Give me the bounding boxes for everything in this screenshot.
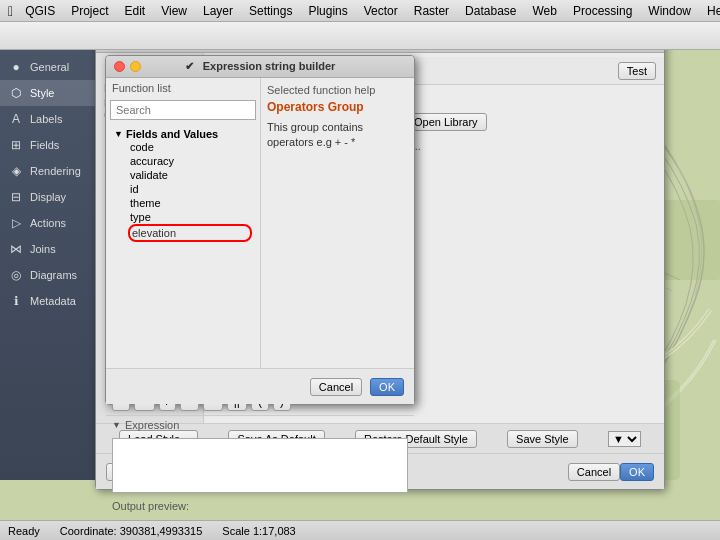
expr-dialog-title: ✔ Expression string builder: [185, 60, 336, 73]
sidebar-label-display: Display: [30, 191, 66, 203]
sidebar-item-metadata[interactable]: ℹ Metadata: [0, 288, 100, 314]
tree-child-type[interactable]: type: [128, 210, 252, 224]
operators-group-desc: This group contains operators e.g + - *: [267, 120, 408, 151]
save-style-button[interactable]: Save Style: [507, 430, 578, 448]
menu-vector[interactable]: Vector: [356, 4, 406, 18]
menu-view[interactable]: View: [153, 4, 195, 18]
expression-textarea[interactable]: [112, 438, 408, 493]
expr-ok-button[interactable]: OK: [370, 378, 404, 396]
joins-icon: ⋈: [8, 241, 24, 257]
sidebar-item-diagrams[interactable]: ◎ Diagrams: [0, 262, 100, 288]
menu-database[interactable]: Database: [457, 4, 524, 18]
menu-processing[interactable]: Processing: [565, 4, 640, 18]
fields-icon: ⊞: [8, 137, 24, 153]
sidebar-label-diagrams: Diagrams: [30, 269, 77, 281]
status-ready: Ready: [8, 525, 40, 537]
rendering-icon: ◈: [8, 163, 24, 179]
open-library-button[interactable]: Open Library: [405, 113, 487, 131]
actions-icon: ▷: [8, 215, 24, 231]
sidebar-item-joins[interactable]: ⋈ Joins: [0, 236, 100, 262]
metadata-icon: ℹ: [8, 293, 24, 309]
sidebar-item-labels[interactable]: A Labels: [0, 106, 100, 132]
function-list-panel: Function list ▼ Fields and Values code a…: [106, 78, 261, 368]
menu-plugins[interactable]: Plugins: [300, 4, 355, 18]
sidebar-label-style: Style: [30, 87, 54, 99]
output-preview: Output preview:: [106, 497, 414, 515]
tree-child-validate[interactable]: validate: [128, 168, 252, 182]
sidebar-item-actions[interactable]: ▷ Actions: [0, 210, 100, 236]
tree-child-theme[interactable]: theme: [128, 196, 252, 210]
menu-edit[interactable]: Edit: [117, 4, 154, 18]
menu-project[interactable]: Project: [63, 4, 116, 18]
scale-value: 1:17,083: [253, 525, 296, 537]
function-help-panel: Selected function help Operators Group T…: [261, 78, 414, 368]
fields-and-values-item[interactable]: ▼ Fields and Values code accuracy valida…: [110, 126, 256, 244]
cancel-button[interactable]: Cancel: [568, 463, 620, 481]
sidebar-label-joins: Joins: [30, 243, 56, 255]
menu-raster[interactable]: Raster: [406, 4, 457, 18]
sidebar-item-display[interactable]: ⊟ Display: [0, 184, 100, 210]
sidebar-label-general: General: [30, 61, 69, 73]
sidebar-item-rendering[interactable]: ◈ Rendering: [0, 158, 100, 184]
search-input[interactable]: [110, 100, 256, 120]
function-tree: ▼ Fields and Values code accuracy valida…: [106, 126, 260, 368]
status-bar: Ready Coordinate: 390381,4993315 Scale 1…: [0, 520, 720, 540]
expr-dialog-buttons: Cancel OK: [106, 368, 414, 404]
ok-button[interactable]: OK: [620, 463, 654, 481]
tree-child-accuracy[interactable]: accuracy: [128, 154, 252, 168]
tree-expand-arrow: ▼: [114, 129, 123, 139]
expression-arrow: ▼: [112, 420, 121, 430]
fields-and-values-label: Fields and Values: [126, 128, 218, 140]
sidebar-label-metadata: Metadata: [30, 295, 76, 307]
display-icon: ⊟: [8, 189, 24, 205]
menubar:  QGIS Project Edit View Layer Settings …: [0, 0, 720, 22]
tree-child-code[interactable]: code: [128, 140, 252, 154]
menu-window[interactable]: Window: [640, 4, 699, 18]
toolbar: [0, 22, 720, 50]
menu-settings[interactable]: Settings: [241, 4, 300, 18]
function-list-title: Function list: [106, 78, 260, 94]
menu-help[interactable]: Help: [699, 4, 720, 18]
diagrams-icon: ◎: [8, 267, 24, 283]
sidebar-item-fields[interactable]: ⊞ Fields: [0, 132, 100, 158]
menu-web[interactable]: Web: [524, 4, 564, 18]
tree-child-id[interactable]: id: [128, 182, 252, 196]
menu-qgis[interactable]: QGIS: [17, 4, 63, 18]
expr-minimize-button[interactable]: [130, 61, 141, 72]
expression-label: Expression: [125, 419, 179, 431]
scale-label: Scale: [222, 525, 250, 537]
sidebar-item-style[interactable]: ⬡ Style: [0, 80, 100, 106]
test-button[interactable]: Test: [618, 62, 656, 80]
expression-section: ▼ Expression Output preview:: [106, 415, 414, 515]
sidebar-label-labels: Labels: [30, 113, 62, 125]
expr-cancel-button[interactable]: Cancel: [310, 378, 362, 396]
output-preview-label: Output preview:: [112, 500, 189, 512]
sidebar-label-rendering: Rendering: [30, 165, 81, 177]
operators-group-title: Operators Group: [267, 100, 408, 114]
apple-logo: : [8, 3, 13, 19]
expression-dialog: ✔ Expression string builder Function lis…: [105, 55, 415, 405]
function-help-title: Selected function help: [267, 84, 408, 96]
coordinate-value: 390381,4993315: [120, 525, 203, 537]
coordinate-label: Coordinate:: [60, 525, 117, 537]
sidebar-item-general[interactable]: ● General: [0, 54, 100, 80]
sidebar-label-actions: Actions: [30, 217, 66, 229]
tree-children: code accuracy validate id theme type ele…: [114, 140, 252, 242]
expr-close-button[interactable]: [114, 61, 125, 72]
expr-window-controls: [114, 61, 141, 72]
tree-child-elevation[interactable]: elevation: [128, 224, 252, 242]
sidebar: ● General ⬡ Style A Labels ⊞ Fields ◈ Re…: [0, 50, 100, 480]
style-icon: ⬡: [8, 85, 24, 101]
scale-section: Scale 1:17,083: [222, 525, 295, 537]
expr-content: Function list ▼ Fields and Values code a…: [106, 78, 414, 368]
expression-section-title: ▼ Expression: [106, 416, 414, 434]
sidebar-label-fields: Fields: [30, 139, 59, 151]
menu-layer[interactable]: Layer: [195, 4, 241, 18]
labels-icon: A: [8, 111, 24, 127]
expr-dialog-titlebar: ✔ Expression string builder: [106, 56, 414, 78]
general-icon: ●: [8, 59, 24, 75]
save-style-combo[interactable]: ▼: [608, 431, 641, 447]
coordinate-section: Coordinate: 390381,4993315: [60, 525, 203, 537]
